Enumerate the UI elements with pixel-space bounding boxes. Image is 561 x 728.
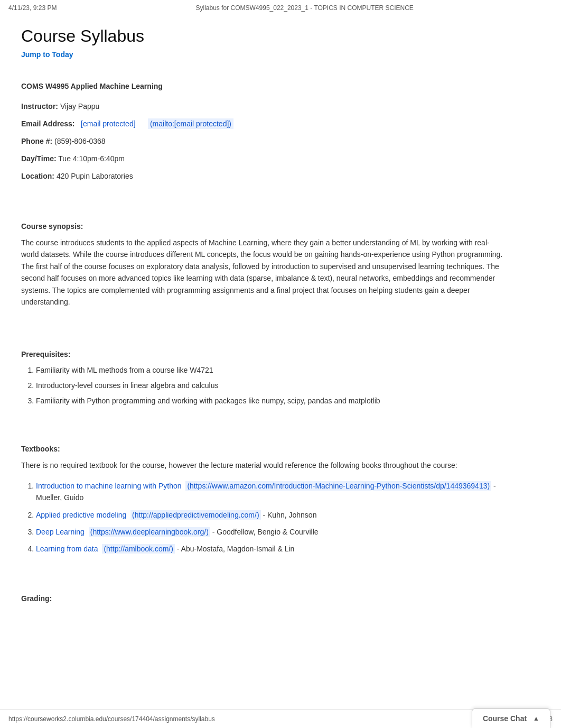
location-row: Location: 420 Pupin Laboratories xyxy=(21,171,507,182)
phone-row: Phone #: (859)-806-0368 xyxy=(21,136,507,147)
page-title: Course Syllabus xyxy=(21,26,507,46)
prerequisite-item: Introductory-level courses in linear alg… xyxy=(36,380,507,391)
textbooks-intro: There is no required textbook for the co… xyxy=(21,459,507,471)
textbook-title-link[interactable]: Deep Learning xyxy=(36,528,85,536)
prerequisites-list: Familiarity with ML methods from a cours… xyxy=(21,365,507,407)
daytime-value: Tue 4:10pm-6:40pm xyxy=(58,154,125,163)
jump-to-today-link[interactable]: Jump to Today xyxy=(21,50,73,59)
textbook-url-link[interactable]: (https://www.deeplearningbook.org/) xyxy=(89,527,210,537)
top-bar-date: 4/11/23, 9:23 PM xyxy=(8,4,57,12)
course-chat-button[interactable]: Course Chat ▲ xyxy=(472,708,550,728)
textbook-author: - Goodfellow, Bengio & Courville xyxy=(210,528,319,536)
daytime-label: Day/Time: xyxy=(21,154,57,163)
instructor-value: Vijay Pappu xyxy=(60,102,99,110)
email-link[interactable]: [email protected] xyxy=(81,119,136,128)
textbooks-list: Introduction to machine learning with Py… xyxy=(21,480,507,555)
email-label: Email Address: xyxy=(21,119,74,128)
daytime-row: Day/Time: Tue 4:10pm-6:40pm xyxy=(21,153,507,164)
prerequisite-item: Familiarity with ML methods from a cours… xyxy=(36,365,507,376)
top-bar-title: Syllabus for COMSW4995_022_2023_1 - TOPI… xyxy=(196,4,414,12)
textbook-url-link[interactable]: (http://appliedpredictivemodeling.com/) xyxy=(130,510,260,520)
top-bar: 4/11/23, 9:23 PM Syllabus for COMSW4995_… xyxy=(0,0,561,16)
phone-label: Phone #: xyxy=(21,137,52,145)
textbook-author: - Abu-Mostafa, Magdon-Ismail & Lin xyxy=(175,545,294,553)
textbook-item: Applied predictive modeling (http://appl… xyxy=(36,509,507,521)
instructor-row: Instructor: Vijay Pappu xyxy=(21,101,507,112)
synopsis-text: The course introduces students to the ap… xyxy=(21,237,507,308)
course-title: COMS W4995 Applied Machine Learning xyxy=(21,82,507,90)
course-chat-label: Course Chat xyxy=(483,714,527,723)
grading-heading: Grading: xyxy=(21,594,507,603)
textbook-item: Introduction to machine learning with Py… xyxy=(36,480,507,504)
textbook-item: Deep Learning (https://www.deeplearningb… xyxy=(36,526,507,538)
textbook-title-link[interactable]: Introduction to machine learning with Py… xyxy=(36,482,182,490)
location-label: Location: xyxy=(21,172,54,180)
prerequisites-heading: Prerequisites: xyxy=(21,350,507,358)
phone-value: (859)-806-0368 xyxy=(54,137,106,145)
email-mailto-link[interactable]: (mailto:[email protected]) xyxy=(148,118,233,129)
textbooks-heading: Textbooks: xyxy=(21,445,507,453)
main-content: Course Syllabus Jump to Today COMS W4995… xyxy=(0,16,528,651)
chevron-up-icon: ▲ xyxy=(533,715,539,722)
footer-bar: https://courseworks2.columbia.edu/course… xyxy=(0,709,561,728)
location-value: 420 Pupin Laboratories xyxy=(57,172,133,180)
textbook-title-link[interactable]: Applied predictive modeling xyxy=(36,511,126,519)
textbook-title-link[interactable]: Learning from data xyxy=(36,545,98,553)
textbook-author: - Kuhn, Johnson xyxy=(261,511,317,519)
textbook-url-link[interactable]: (http://amlbook.com/) xyxy=(102,544,175,554)
footer-url: https://courseworks2.columbia.edu/course… xyxy=(8,715,215,723)
prerequisite-item: Familiarity with Python programming and … xyxy=(36,395,507,407)
textbook-url-link[interactable]: (https://www.amazon.com/Introduction-Mac… xyxy=(185,481,491,491)
textbook-item: Learning from data (http://amlbook.com/)… xyxy=(36,543,507,555)
synopsis-heading: Course synopsis: xyxy=(21,222,507,231)
instructor-label: Instructor: xyxy=(21,102,58,110)
email-row: Email Address: [email protected] (mailto… xyxy=(21,118,507,130)
